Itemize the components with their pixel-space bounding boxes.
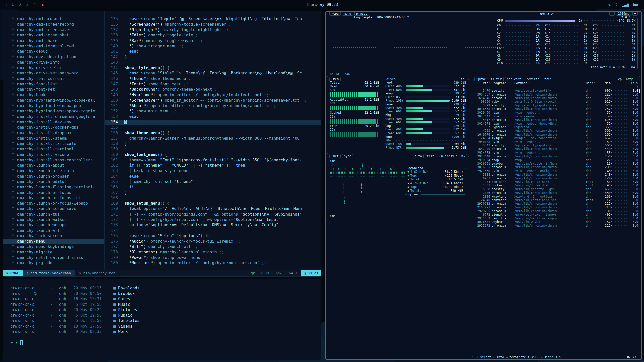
tree-item[interactable]: *omarchy-launch-about <box>12 163 104 168</box>
tree-item[interactable]: *omarchy-cmd-share <box>12 38 104 44</box>
tree-item[interactable]: *omarchy-cmd-screenrecord <box>12 22 104 27</box>
code-pane[interactable]: 135 case $(menu "Toggle" "▣ Screensaver\… <box>105 11 321 270</box>
tree-item[interactable]: *omarchy-lock-screen <box>12 233 104 239</box>
process-row[interactable]: 4923chromium/usr/lib/chromium/chromdhh59… <box>474 129 638 132</box>
process-row[interactable]: 5399spotify/opt/spotify/spotify --dhh375… <box>474 104 638 107</box>
process-row[interactable]: 2935572chromium/usr/lib/chromium/chromdh… <box>474 224 638 227</box>
process-row[interactable]: 24540containe/usr/bin/containerd-shiroot… <box>474 198 638 202</box>
process-row[interactable]: 2006XwaylandXwayland :1 -rootless -dhh16… <box>474 195 638 198</box>
tree-item[interactable]: *omarchy-launch-floating-terminal- <box>12 185 104 190</box>
tree-item[interactable]: *omarchy-launch-bluetooth <box>12 168 104 174</box>
menu-button[interactable]: menu <box>342 12 353 16</box>
tree-item[interactable]: *omarchy-notification-dismiss <box>12 255 104 260</box>
tree-item[interactable]: *omarchy-font-set <box>12 87 104 92</box>
process-row[interactable]: 5343spotify/opt/spotify/spotifydhh564M0.… <box>474 144 638 147</box>
proc-reverse-button[interactable]: reverse <box>525 77 541 81</box>
tree-item[interactable]: *omarchy-pkg-add <box>12 260 104 266</box>
process-row[interactable]: 2167277chromium/usr/lib/chromium/chromdh… <box>474 206 638 209</box>
process-row[interactable]: 2929755chromium/usr/lib/chromium/chromdh… <box>474 209 638 213</box>
proc-filter-button[interactable]: filter <box>489 77 503 81</box>
proc-sort-selector[interactable]: ← cpu lazy → <box>613 77 638 81</box>
tree-item[interactable]: *omarchy-dev-add-migration <box>12 54 104 60</box>
process-list[interactable]: 5470spotify/opt/spotify/spotify --dhh607… <box>472 89 640 227</box>
files-terminal-window[interactable]: drwxr-xr-x-dhh20 Nov 09:15■Downloadsdrwx… <box>3 279 321 360</box>
tree-item[interactable]: *omarchy-launch-or-focus <box>12 190 104 195</box>
process-row[interactable]: 5998ghostty/usr/bin/ghostty --gtk-dhh655… <box>474 187 638 191</box>
tree-item[interactable]: *omarchy-font-current <box>12 76 104 81</box>
process-row[interactable]: 6907chromium/usr/lib/chromium/chromdhh47… <box>474 176 638 180</box>
tree-item[interactable]: *omarchy-drive-select <box>12 65 104 71</box>
proc-percore-button[interactable]: per-core <box>505 77 523 81</box>
tree-item[interactable]: *omarchy-launch-tui <box>12 212 104 217</box>
tree-item[interactable]: *omarchy-install-tailscale <box>12 141 104 146</box>
tree-item[interactable]: *omarchy-launch-or-focus-tui <box>12 195 104 201</box>
process-row[interactable]: 6772signal-d/proc/self/exe --type=rdhh40… <box>474 213 638 216</box>
process-row[interactable]: 3029490nvimnvim --embed .dhh57M0.0 <box>474 111 638 114</box>
tree-item[interactable]: *omarchy-migrate <box>12 250 104 255</box>
cpu-box-title[interactable]: ¹cpu <box>329 12 341 16</box>
tree-item[interactable]: *omarchy-hyprland-workspace-toggle <box>12 109 104 114</box>
net-interface[interactable]: ←b enp191s0 n→ <box>438 154 467 158</box>
process-row[interactable]: 1647940chromium/usr/lib/chromium/chromdh… <box>474 147 638 151</box>
editor-window[interactable]: *omarchy-cmd-present*omarchy-cmd-screenr… <box>3 11 321 277</box>
tree-item[interactable]: *omarchy-cmd-screensaver <box>12 27 104 33</box>
tree-item[interactable]: *omarchy-launch-wifi <box>12 228 104 233</box>
interval-minus-button[interactable]: - <box>609 12 615 16</box>
file-tree[interactable]: *omarchy-cmd-present*omarchy-cmd-screenr… <box>3 11 105 270</box>
tree-item[interactable]: *omarchy-cmd-present <box>12 16 104 22</box>
process-row[interactable]: 1654946chromium/usr/lib/chromium/chromdh… <box>474 96 638 100</box>
tree-item[interactable]: *omarchy-cmd-terminal-cwd <box>12 44 104 49</box>
tree-item[interactable]: *omarchy-launch-editor <box>12 179 104 184</box>
process-row[interactable]: 1274containe/usr/bin/containerdroot61M0.… <box>474 180 638 184</box>
process-row[interactable]: 2917448chromium/usr/lib/chromium/chromdh… <box>474 155 638 158</box>
proc-footer-keys[interactable]: ↑ select ↓ info ↵ terminate t kill k sig… <box>475 355 562 359</box>
tree-item[interactable]: *omarchy-install-dropbox <box>12 130 104 136</box>
tree-item[interactable]: *omarchy-drive-set-password <box>12 71 104 76</box>
process-row[interactable]: 3027643nvimnvim --embed .dhh57M0.0 <box>474 115 638 118</box>
tree-item[interactable]: *omarchy-install-xbox-controllers <box>12 158 104 163</box>
tree-item[interactable]: *omarchy-menu-keybindings <box>12 244 104 250</box>
proc-box-title[interactable]: ⁴proc <box>474 77 487 81</box>
process-row[interactable]: 3016305chromium/usr/lib/chromium/chromdh… <box>474 165 638 169</box>
process-row[interactable]: 2941052nautilus/usr/bin/nautilus --gapdh… <box>474 217 638 220</box>
net-box-title[interactable]: ³net <box>329 154 341 158</box>
process-row[interactable]: 5017chromium/usr/lib/chromium/chromdhh62… <box>474 118 638 122</box>
scrollbar-thumb[interactable] <box>639 89 640 93</box>
net-auto-button[interactable]: auto <box>413 154 424 158</box>
preset-button[interactable]: preset <box>354 12 369 16</box>
tree-item[interactable]: *omarchy-debug <box>12 49 104 54</box>
tree-item[interactable]: *omarchy-font-list <box>12 82 104 87</box>
tree-item[interactable]: *omarchy-hyprland-window-pop <box>12 103 104 109</box>
mem-box-title[interactable]: ²mem <box>329 77 341 81</box>
process-row[interactable]: 24564mysqldmysqld --max-connection999667… <box>474 136 638 140</box>
process-row[interactable]: 2924063nvimnvim --embed .dhh55M0.0 <box>474 151 638 155</box>
tree-item[interactable]: *omarchy-hook <box>12 92 104 98</box>
tree-item[interactable]: *omarchy-launch-webapp <box>12 222 104 228</box>
tree-item[interactable]: *omarchy-launch-screensaver <box>12 206 104 212</box>
tree-item[interactable]: *omarchy-hyprland-window-close-all <box>12 98 104 103</box>
interval-plus-button[interactable]: + <box>632 12 638 16</box>
proc-tree-button[interactable]: tree <box>543 77 553 81</box>
process-row[interactable]: 1897HyprlandHyprlanddhh363M0.0 <box>474 125 638 129</box>
process-row[interactable]: 1930108nvimnvim --embed .dhh69M0.0 <box>474 140 638 143</box>
process-row[interactable]: 3026541waybar/usr/bin/waybardhh67M0.0 <box>474 220 638 224</box>
tree-item[interactable]: *omarchy-install-docker-dbs <box>12 125 104 130</box>
process-row[interactable]: 5470spotify/opt/spotify/spotify --dhh607… <box>474 89 638 92</box>
process-row[interactable]: 2921330nvimnvim --embed config.jsodhh46M… <box>474 169 638 173</box>
process-row[interactable]: 3026531swaybg/usr/bin/swaybg -i /homdhh1… <box>474 162 638 165</box>
net-sync-button[interactable]: sync <box>342 154 353 158</box>
process-row[interactable]: 5018chromium/usr/lib/chromium/chromdhh14… <box>474 173 638 176</box>
tree-item[interactable]: *omarchy-launch-or-focus-webapp <box>12 201 104 206</box>
tree-item[interactable]: *omarchy-launch-walker <box>12 217 104 222</box>
process-row[interactable]: 3004667chromium/usr/lib/chromium/chromdh… <box>474 92 638 96</box>
process-row[interactable]: 2930982chromium/usr/lib/chromium/chromdh… <box>474 202 638 205</box>
tree-item[interactable]: *omarchy-install-terminal <box>12 147 104 152</box>
process-row[interactable]: 1307dockerd/usr/bin/dockerd -H fd:root93… <box>474 184 638 187</box>
tree-item[interactable]: *omarchy-install-steam <box>12 136 104 141</box>
tree-item[interactable]: *omarchy-install-dev-env <box>12 120 104 125</box>
tree-item[interactable]: *omarchy-cmd-screenshot <box>12 33 104 38</box>
tree-item[interactable]: *omarchy-install-vscode <box>12 152 104 157</box>
process-row[interactable]: 3024578nvimnvim --embed /home/dhh/dhh52M… <box>474 122 638 125</box>
process-row[interactable]: 98930rubypuma 7.1.0 (tcp://localdhh929M0… <box>474 100 638 103</box>
shell-prompt[interactable]: ~ › <box>10 340 314 346</box>
